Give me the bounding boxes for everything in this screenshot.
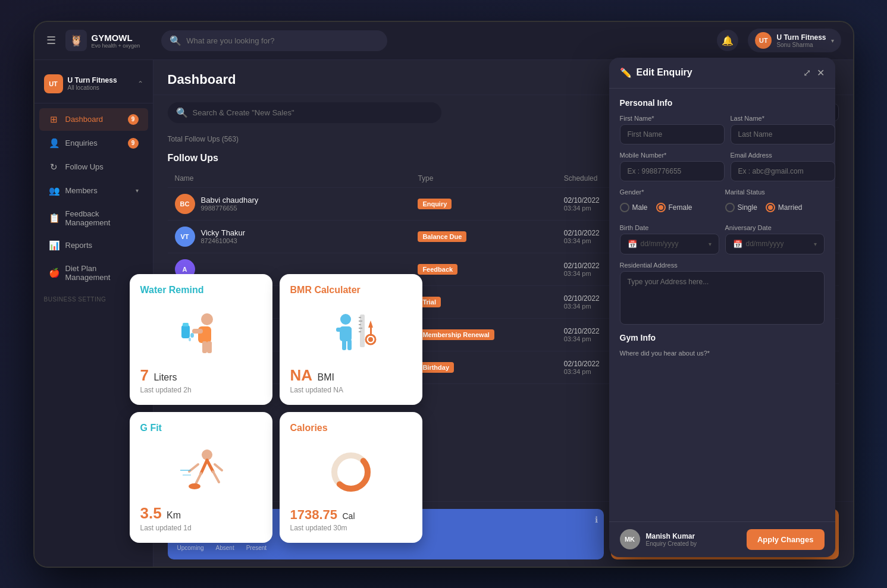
logo-text: GYMOWL Evo health + oxygen bbox=[92, 33, 140, 49]
gender-group: Gender* Male Female bbox=[620, 188, 719, 217]
gender-female-option[interactable]: Female bbox=[656, 203, 692, 212]
chevron-down-icon: ▾ bbox=[814, 241, 817, 247]
top-nav: ☰ 🦉 GYMOWL Evo health + oxygen 🔍 🔔 UT U … bbox=[35, 22, 853, 60]
info-icon[interactable]: ℹ bbox=[595, 515, 598, 524]
svg-rect-12 bbox=[359, 324, 361, 325]
sidebar-item-enquiries[interactable]: 👤 Enquiries 9 bbox=[39, 132, 148, 155]
type-badge: Feedback bbox=[418, 264, 457, 275]
svg-line-29 bbox=[213, 471, 219, 482]
panel-title: ✏️ Edit Enquiry bbox=[620, 67, 803, 78]
sidebar-item-followups[interactable]: ↻ Follow Ups bbox=[39, 156, 148, 178]
sidebar-item-dashboard[interactable]: ⊞ Dashboard 9 bbox=[39, 108, 148, 131]
water-icon-area bbox=[140, 299, 262, 366]
logo-icon: 🦉 bbox=[65, 30, 87, 51]
chevron-down-icon: ▾ bbox=[709, 241, 712, 247]
svg-rect-18 bbox=[343, 328, 352, 332]
sidebar-user-area[interactable]: UT U Turn Fitness All locations ⌃ bbox=[35, 70, 153, 103]
address-input[interactable] bbox=[620, 271, 825, 325]
svg-rect-9 bbox=[360, 315, 365, 347]
svg-point-32 bbox=[189, 483, 200, 489]
single-radio[interactable] bbox=[725, 203, 735, 212]
enquiries-icon: 👤 bbox=[49, 138, 59, 149]
female-radio[interactable] bbox=[656, 203, 666, 212]
notification-button[interactable]: 🔔 bbox=[717, 30, 738, 51]
svg-rect-11 bbox=[359, 320, 362, 322]
global-search[interactable]: 🔍 bbox=[161, 30, 387, 51]
first-name-input[interactable] bbox=[620, 124, 725, 144]
close-button[interactable]: ✕ bbox=[817, 67, 825, 78]
panel-footer: MK Manish Kumar Enquiry Created by Apply… bbox=[609, 521, 835, 557]
menu-icon[interactable]: ☰ bbox=[46, 34, 56, 47]
contact-row: Mobile Number* Email Address bbox=[620, 152, 825, 181]
svg-rect-14 bbox=[359, 331, 361, 332]
gfit-card: G Fit 3.5 bbox=[130, 412, 272, 543]
svg-point-24 bbox=[368, 337, 373, 342]
svg-rect-3 bbox=[207, 341, 212, 353]
avatar: BC bbox=[175, 194, 195, 214]
last-name-label: Last Name* bbox=[731, 115, 835, 122]
sidebar-user-info: U Turn Fitness All locations bbox=[68, 76, 117, 91]
married-radio[interactable] bbox=[766, 203, 775, 212]
avatar: UT bbox=[755, 32, 772, 49]
members-icon: 👥 bbox=[49, 185, 59, 196]
marital-radio-group: Single Married bbox=[725, 198, 825, 217]
search-icon: 🔍 bbox=[176, 107, 188, 118]
svg-rect-10 bbox=[359, 317, 361, 318]
svg-point-7 bbox=[190, 333, 194, 338]
personal-info-heading: Personal Info bbox=[620, 98, 825, 108]
svg-rect-17 bbox=[336, 328, 344, 332]
svg-point-0 bbox=[201, 313, 213, 325]
gender-male-option[interactable]: Male bbox=[620, 203, 648, 212]
first-name-group: First Name* bbox=[620, 115, 725, 144]
apply-changes-button[interactable]: Apply Changes bbox=[747, 529, 825, 550]
last-name-input[interactable] bbox=[731, 124, 835, 144]
type-badge: Membership Renewal bbox=[418, 329, 494, 340]
date-row: Birth Date 📅 dd/mm/yyyy ▾ Aniversary Dat… bbox=[620, 224, 825, 254]
email-input[interactable] bbox=[731, 161, 835, 181]
gender-marital-row: Gender* Male Female Marital Status bbox=[620, 188, 825, 217]
create-search[interactable]: 🔍 bbox=[168, 102, 441, 123]
where-heard-group: Where did you hear about us?* bbox=[620, 350, 825, 357]
birth-date-group: Birth Date 📅 dd/mm/yyyy ▾ bbox=[620, 224, 719, 254]
anniversary-group: Aniversary Date 📅 dd/mm/yyyy ▾ bbox=[725, 224, 825, 254]
expand-button[interactable]: ⤢ bbox=[803, 67, 811, 78]
marital-label: Marital Status bbox=[725, 188, 825, 196]
email-group: Email Address bbox=[731, 152, 835, 181]
user-menu[interactable]: UT U Turn Fitness Sonu Sharma ▾ bbox=[748, 29, 841, 52]
svg-point-37 bbox=[340, 461, 362, 483]
sidebar-item-feedback[interactable]: 📋 Feedback Management bbox=[39, 203, 148, 233]
single-option[interactable]: Single bbox=[725, 203, 757, 212]
birth-date-input[interactable]: 📅 dd/mm/yyyy ▾ bbox=[620, 234, 719, 254]
sidebar-user-avatar: UT bbox=[44, 74, 63, 93]
mobile-input[interactable] bbox=[620, 161, 725, 181]
footer-info: Manish Kumar Enquiry Created by bbox=[646, 532, 741, 547]
svg-marker-21 bbox=[368, 320, 373, 328]
type-badge: Balance Due bbox=[418, 231, 466, 242]
user-info: U Turn Fitness Sonu Sharma bbox=[776, 33, 826, 48]
create-input[interactable] bbox=[193, 108, 433, 117]
calendar-icon: 📅 bbox=[733, 240, 742, 249]
svg-rect-19 bbox=[342, 339, 346, 350]
married-option[interactable]: Married bbox=[766, 203, 803, 212]
footer-avatar: MK bbox=[620, 529, 640, 549]
gfit-icon-area bbox=[140, 437, 262, 504]
sidebar-item-reports[interactable]: 📊 Reports bbox=[39, 234, 148, 257]
bmi-icon-area bbox=[290, 299, 412, 366]
svg-line-31 bbox=[215, 464, 222, 470]
search-input[interactable] bbox=[186, 36, 379, 45]
male-radio[interactable] bbox=[620, 203, 629, 212]
anniversary-date-input[interactable]: 📅 dd/mm/yyyy ▾ bbox=[725, 234, 825, 254]
svg-rect-20 bbox=[347, 339, 352, 350]
sidebar-expand-icon: ⌃ bbox=[137, 80, 143, 88]
panel-body: Personal Info First Name* Last Name* Mob… bbox=[609, 89, 835, 521]
sidebar-item-members[interactable]: 👥 Members ▾ bbox=[39, 180, 148, 202]
svg-rect-4 bbox=[202, 341, 207, 353]
where-heard-label: Where did you hear about us?* bbox=[620, 350, 825, 357]
avatar: VT bbox=[175, 227, 195, 247]
calendar-icon: 📅 bbox=[628, 240, 637, 249]
reports-icon: 📊 bbox=[49, 240, 59, 251]
svg-point-25 bbox=[202, 449, 212, 460]
nav-right: 🔔 UT U Turn Fitness Sonu Sharma ▾ bbox=[717, 29, 841, 52]
water-remind-card: Water Remind 7 bbox=[130, 274, 272, 405]
svg-point-8 bbox=[189, 338, 191, 341]
